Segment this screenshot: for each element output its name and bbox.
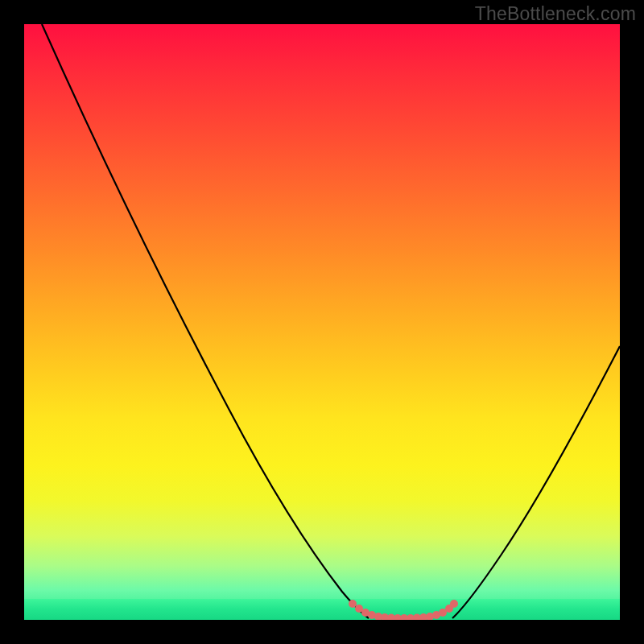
left-curve	[42, 24, 369, 618]
chart-frame: TheBottleneck.com	[0, 0, 644, 644]
bottom-dotted-group	[349, 600, 458, 620]
dot-marker	[349, 600, 357, 608]
dot-marker	[450, 600, 458, 608]
right-curve	[452, 346, 620, 618]
curves-svg	[24, 24, 620, 620]
plot-area	[24, 24, 620, 620]
watermark-text: TheBottleneck.com	[475, 3, 636, 25]
